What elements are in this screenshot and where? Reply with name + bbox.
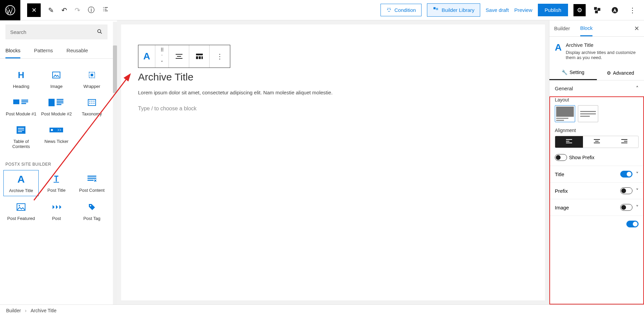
- archive-title-heading[interactable]: Archive Title: [138, 71, 528, 83]
- move-up-icon[interactable]: ˄: [161, 54, 163, 59]
- align-left[interactable]: [555, 136, 583, 148]
- row-title[interactable]: Title ˅: [549, 166, 644, 183]
- move-down-icon[interactable]: ˅: [161, 60, 163, 66]
- block-post-module-1[interactable]: Post Module #1: [3, 94, 39, 119]
- align-right[interactable]: [610, 136, 638, 148]
- block-post-featured[interactable]: Post Featured: [3, 198, 39, 224]
- toggle-title[interactable]: [620, 171, 632, 178]
- block-post-content[interactable]: Post Content: [74, 170, 110, 196]
- svg-rect-23: [17, 204, 25, 210]
- align-center[interactable]: [583, 136, 611, 148]
- wordpress-logo[interactable]: [0, 0, 20, 20]
- crumb-archive-title[interactable]: Archive Title: [31, 308, 56, 313]
- move-handles[interactable]: ⠿ ˄˅: [155, 45, 169, 68]
- block-post-tag[interactable]: Post Tag: [74, 198, 110, 224]
- breadcrumb: Builder › Archive Title: [0, 304, 644, 316]
- list-view-icon[interactable]: [102, 6, 109, 14]
- svg-rect-12: [48, 99, 55, 106]
- block-toolbar: A ⠿ ˄˅ ⋮: [138, 45, 230, 68]
- svg-rect-26: [196, 54, 203, 55]
- info-icon[interactable]: ⓘ: [88, 5, 95, 15]
- svg-rect-10: [91, 74, 93, 76]
- layout-option-2[interactable]: [578, 105, 598, 122]
- tab-reusable[interactable]: Reusable: [66, 48, 88, 58]
- redo-icon[interactable]: ↷: [75, 6, 80, 14]
- subtab-setting[interactable]: 🔧Setting: [549, 66, 597, 80]
- panel-general[interactable]: General ˄: [555, 85, 639, 92]
- close-sidebar-icon[interactable]: ✕: [634, 20, 639, 36]
- editor-canvas[interactable]: A ⠿ ˄˅ ⋮ Archive Title Lorem ipsum dolor…: [121, 24, 545, 300]
- svg-rect-8: [53, 72, 60, 78]
- tab-patterns[interactable]: Patterns: [34, 48, 53, 58]
- align-button[interactable]: [169, 45, 189, 68]
- svg-point-17: [89, 103, 90, 104]
- row-prefix[interactable]: Prefix ˅: [549, 183, 644, 199]
- svg-point-25: [90, 205, 91, 206]
- toggle-show-prefix[interactable]: [555, 154, 567, 161]
- more-options-button[interactable]: ⋮: [210, 45, 230, 68]
- block-toc[interactable]: Table of Contents: [3, 121, 39, 152]
- block-news-ticker[interactable]: News Ticker: [39, 121, 74, 152]
- block-image[interactable]: Image: [39, 66, 74, 92]
- drag-handle-icon[interactable]: ⠿: [160, 47, 164, 53]
- svg-rect-11: [13, 99, 19, 104]
- block-taxonomy[interactable]: Taxonomy: [74, 94, 110, 119]
- chevron-up-icon: ˄: [636, 85, 639, 92]
- subtab-advanced[interactable]: ⚙Advanced: [597, 66, 644, 80]
- block-wrapper[interactable]: Wrapper: [74, 66, 110, 92]
- options-menu-icon[interactable]: ⋮: [626, 4, 639, 16]
- row-image[interactable]: Image ˅: [549, 199, 644, 216]
- svg-rect-5: [595, 10, 598, 13]
- condition-icon: [386, 7, 392, 13]
- wrench-icon: 🔧: [562, 70, 567, 75]
- svg-rect-27: [196, 56, 198, 59]
- crumb-builder[interactable]: Builder: [6, 308, 21, 313]
- gear-icon: ⚙: [607, 70, 611, 76]
- save-draft-button[interactable]: Save draft: [486, 7, 509, 13]
- svg-rect-13: [88, 99, 96, 106]
- edit-icon[interactable]: ✎: [48, 6, 54, 14]
- plugin-icon-1[interactable]: [591, 4, 603, 16]
- category-label: POSTX SITE BUILDER: [0, 152, 113, 170]
- svg-rect-29: [201, 56, 203, 59]
- block-empty: [74, 121, 110, 152]
- block-type-icon[interactable]: A: [138, 45, 155, 68]
- toggle-extra[interactable]: [626, 221, 639, 227]
- block-archive-title[interactable]: AArchive Title: [3, 170, 39, 196]
- block-post-module-2[interactable]: Post Module #2: [39, 94, 74, 119]
- tab-builder[interactable]: Builder: [554, 20, 570, 36]
- publish-button[interactable]: Publish: [538, 4, 568, 16]
- condition-label: Condition: [394, 7, 416, 13]
- tab-block[interactable]: Block: [580, 20, 593, 36]
- settings-button[interactable]: ⚙: [573, 4, 586, 16]
- undo-icon[interactable]: ↶: [61, 6, 67, 14]
- block-post-title[interactable]: Post Title: [39, 170, 74, 196]
- svg-point-15: [91, 101, 92, 102]
- row-extra[interactable]: [549, 216, 644, 232]
- block-inserter: Search Blocks Patterns Reusable HHeading…: [0, 20, 117, 304]
- library-icon: [433, 6, 439, 14]
- search-icon: [97, 29, 103, 36]
- builder-library-button[interactable]: Builder Library: [427, 3, 480, 17]
- chevron-down-icon: ˅: [636, 171, 639, 178]
- plugin-icon-2[interactable]: [609, 4, 621, 16]
- left-scrollbar[interactable]: [113, 22, 117, 304]
- tab-blocks[interactable]: Blocks: [5, 48, 20, 58]
- block-heading[interactable]: HHeading: [3, 66, 39, 92]
- svg-point-22: [51, 129, 53, 131]
- layout-button[interactable]: [189, 45, 210, 68]
- settings-sidebar: Builder Block ✕ A Archive Title Display …: [549, 20, 644, 304]
- toggle-prefix[interactable]: [620, 187, 632, 194]
- search-input[interactable]: Search: [5, 24, 108, 39]
- layout-label: Layout: [555, 97, 639, 103]
- preview-button[interactable]: Preview: [514, 7, 532, 13]
- chevron-right-icon: ›: [25, 308, 27, 313]
- close-inserter-button[interactable]: ✕: [27, 3, 41, 17]
- svg-rect-28: [199, 56, 201, 59]
- svg-point-18: [91, 103, 92, 104]
- condition-button[interactable]: Condition: [380, 4, 422, 16]
- toggle-image[interactable]: [620, 204, 632, 211]
- block-post[interactable]: Post: [39, 198, 74, 224]
- layout-option-1[interactable]: [555, 105, 575, 122]
- block-appender[interactable]: Type / to choose a block: [138, 106, 528, 112]
